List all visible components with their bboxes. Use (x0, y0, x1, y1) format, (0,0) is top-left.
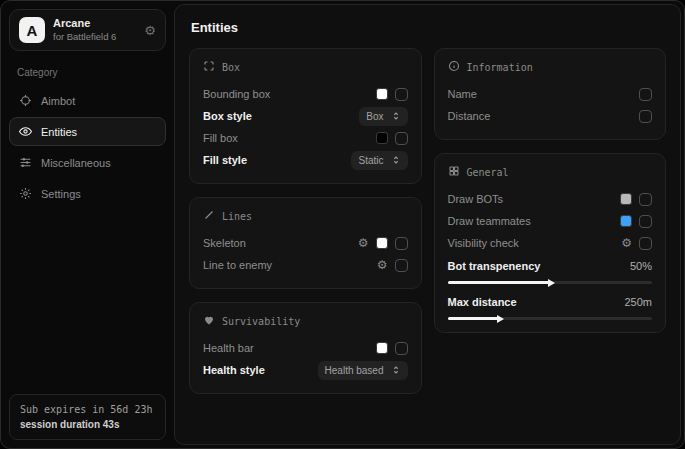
gear-icon[interactable]: ⚙ (621, 237, 632, 249)
sidebar-item-entities[interactable]: Entities (9, 117, 166, 146)
checkbox[interactable] (639, 193, 652, 206)
row-label: Bot transpenency (448, 260, 630, 272)
row-label: Line to enemy (203, 259, 377, 271)
checkbox[interactable] (395, 259, 408, 272)
app-window: A Arcane for Battlefield 6 ⚙ Category Ai… (0, 0, 685, 449)
card-title: Survivability (203, 314, 408, 328)
card-title: Lines (203, 209, 408, 223)
row-controls (376, 342, 408, 355)
row-controls (639, 110, 652, 123)
checkbox[interactable] (639, 215, 652, 228)
row-label: Box style (203, 110, 359, 122)
crosshair-icon (19, 94, 32, 107)
checkbox[interactable] (639, 110, 652, 123)
card-title: General (448, 165, 653, 179)
dropdown-survivability-1[interactable]: Health based (318, 361, 408, 380)
card-title-label: Box (222, 62, 240, 73)
slider-thumb[interactable] (497, 315, 504, 323)
page-title: Entities (191, 20, 666, 35)
checkbox[interactable] (395, 88, 408, 101)
row-label: Health bar (203, 342, 376, 354)
card-box: BoxBounding boxBox styleBoxFill boxFill … (189, 48, 422, 184)
card-title: Information (448, 60, 653, 74)
color-swatch[interactable] (620, 215, 632, 227)
row-label: Fill box (203, 132, 376, 144)
setting-row: Fill box (203, 127, 408, 149)
slider-head: Bot transpenency50% (448, 257, 653, 275)
dropdown-box-3[interactable]: Static (351, 151, 407, 170)
slider-setting: Bot transpenency50% (448, 257, 653, 284)
card-survivability: SurvivabilityHealth barHealth styleHealt… (189, 302, 422, 394)
checkbox[interactable] (395, 342, 408, 355)
app-subtitle: for Battlefield 6 (53, 31, 136, 43)
setting-row: Draw BOTs (448, 188, 653, 210)
setting-row: Draw teammates (448, 210, 653, 232)
slider-track[interactable] (448, 281, 653, 284)
color-swatch[interactable] (376, 132, 388, 144)
unfold-icon (391, 365, 401, 375)
dropdown-value: Box (366, 111, 383, 122)
row-label: Draw BOTs (448, 193, 621, 205)
gear-icon[interactable]: ⚙ (358, 237, 369, 249)
color-swatch[interactable] (620, 193, 632, 205)
left-column: BoxBounding boxBox styleBoxFill boxFill … (189, 48, 422, 394)
card-columns: BoxBounding boxBox styleBoxFill boxFill … (189, 48, 666, 394)
sidebar-item-label: Aimbot (41, 95, 75, 107)
card-title-label: Information (467, 62, 533, 73)
row-label: Skeleton (203, 237, 358, 249)
scan-corners-icon (203, 60, 215, 74)
row-label: Bounding box (203, 88, 376, 100)
checkbox[interactable] (395, 237, 408, 250)
dropdown-box-1[interactable]: Box (359, 107, 407, 126)
setting-row: Box styleBox (203, 105, 408, 127)
row-controls: Static (351, 151, 407, 170)
setting-row: Distance (448, 105, 653, 127)
gear-icon[interactable]: ⚙ (377, 259, 388, 271)
color-swatch[interactable] (376, 342, 388, 354)
checkbox[interactable] (639, 237, 652, 250)
sidebar-item-aimbot[interactable]: Aimbot (9, 86, 166, 115)
row-controls: Health based (318, 361, 408, 380)
slider-thumb[interactable] (548, 279, 555, 287)
sidebar-item-settings[interactable]: Settings (9, 179, 166, 208)
row-controls: ⚙ (377, 259, 408, 272)
app-name: Arcane (53, 17, 136, 31)
gear-icon[interactable]: ⚙ (144, 24, 156, 37)
slider-fill (448, 281, 550, 284)
color-swatch[interactable] (376, 237, 388, 249)
sidebar-item-miscellaneous[interactable]: Miscellaneous (9, 148, 166, 177)
slider-value: 50% (630, 260, 652, 272)
card-lines: LinesSkeleton⚙Line to enemy⚙ (189, 197, 422, 289)
row-controls: ⚙ (358, 237, 408, 250)
dropdown-value: Health based (325, 365, 384, 376)
checkbox[interactable] (395, 132, 408, 145)
sidebar-item-label: Settings (41, 188, 81, 200)
grid-icon (448, 165, 460, 179)
sidebar-item-label: Miscellaneous (41, 157, 111, 169)
row-label: Distance (448, 110, 640, 122)
slider-track[interactable] (448, 317, 653, 320)
sub-expiry-text: Sub expires in 56d 23h (20, 402, 155, 417)
setting-row: Skeleton⚙ (203, 232, 408, 254)
dropdown-value: Static (358, 155, 383, 166)
color-swatch[interactable] (376, 88, 388, 100)
sidebar-nav: AimbotEntitiesMiscellaneousSettings (9, 86, 166, 208)
row-controls: ⚙ (621, 237, 652, 250)
session-duration-text: session duration 43s (20, 417, 155, 432)
setting-row: Bounding box (203, 83, 408, 105)
slider-value: 250m (624, 296, 652, 308)
gear-icon (19, 187, 32, 200)
card-information: InformationNameDistance (434, 48, 667, 140)
slider-head: Max distance250m (448, 293, 653, 311)
main-panel: Entities BoxBounding boxBox styleBoxFill… (174, 4, 681, 445)
setting-row: Line to enemy⚙ (203, 254, 408, 276)
row-controls (620, 215, 652, 228)
slider-fill (448, 317, 499, 320)
row-label: Name (448, 88, 640, 100)
row-label: Visibility check (448, 237, 622, 249)
row-controls (639, 88, 652, 101)
setting-row: Health bar (203, 337, 408, 359)
row-controls (620, 193, 652, 206)
card-title-label: General (467, 167, 509, 178)
checkbox[interactable] (639, 88, 652, 101)
